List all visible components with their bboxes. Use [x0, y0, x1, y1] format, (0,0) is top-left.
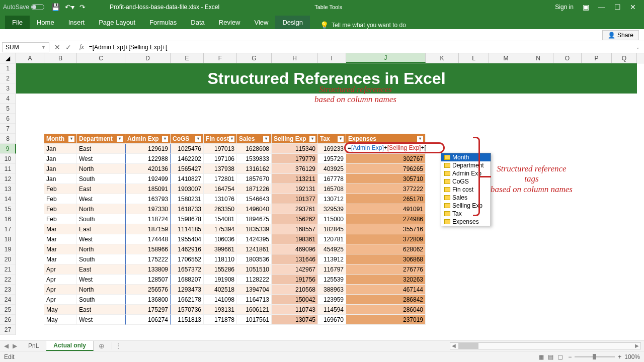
- cell[interactable]: 1241861: [237, 244, 272, 254]
- cell[interactable]: 197106: [204, 154, 237, 164]
- cell[interactable]: West: [77, 275, 125, 285]
- column-header[interactable]: B: [44, 53, 77, 63]
- cell[interactable]: Mar: [44, 244, 77, 254]
- cancel-icon[interactable]: ✕: [54, 43, 60, 51]
- cell[interactable]: 1706552: [171, 254, 204, 264]
- cell[interactable]: 1803536: [237, 254, 272, 264]
- cell[interactable]: Apr: [44, 264, 77, 275]
- cell[interactable]: 167778: [318, 174, 346, 184]
- column-header[interactable]: E: [171, 53, 204, 63]
- column-header[interactable]: A: [16, 53, 44, 63]
- column-header[interactable]: P: [582, 53, 612, 63]
- cell[interactable]: East: [77, 144, 125, 154]
- column-header[interactable]: N: [523, 53, 553, 63]
- cell[interactable]: 286040: [346, 305, 426, 315]
- sheet-nav[interactable]: ◀▶: [0, 342, 21, 349]
- row-header[interactable]: 22: [0, 275, 16, 285]
- cell[interactable]: North: [77, 164, 125, 174]
- tab-design[interactable]: Design: [275, 16, 309, 29]
- cell[interactable]: 175222: [125, 254, 171, 264]
- cell[interactable]: 118110: [204, 254, 237, 264]
- select-all-corner[interactable]: ◢: [0, 53, 16, 63]
- column-header[interactable]: Q: [612, 53, 637, 63]
- cell[interactable]: 163793: [125, 194, 171, 204]
- row-header[interactable]: 27: [0, 325, 16, 335]
- column-header[interactable]: O: [553, 53, 582, 63]
- cell[interactable]: 1424395: [237, 234, 272, 244]
- add-sheet-button[interactable]: ⊕: [94, 342, 110, 350]
- cell[interactable]: 191756: [272, 275, 318, 285]
- filter-icon[interactable]: ▾: [229, 136, 234, 142]
- zoom-slider[interactable]: [575, 356, 615, 357]
- cell[interactable]: 1114185: [171, 224, 204, 234]
- spreadsheet-grid[interactable]: ◢ ABCDEFGHIJKLMNOPQ 12345678910111213141…: [0, 53, 644, 340]
- autocomplete-item[interactable]: Selling Exp: [441, 202, 491, 210]
- cell[interactable]: 293761: [272, 204, 318, 214]
- cell[interactable]: 1394704: [237, 285, 272, 295]
- cell[interactable]: 1857670: [237, 174, 272, 184]
- cell[interactable]: East: [77, 184, 125, 194]
- autocomplete-item[interactable]: Department: [441, 161, 491, 169]
- column-header[interactable]: J: [346, 53, 426, 63]
- redo-icon[interactable]: ↷: [79, 3, 86, 11]
- cell[interactable]: 1618733: [171, 204, 204, 214]
- column-header[interactable]: G: [237, 53, 272, 63]
- cell[interactable]: 399661: [204, 244, 237, 254]
- cell[interactable]: West: [77, 194, 125, 204]
- cell[interactable]: 403925: [318, 164, 346, 174]
- cell[interactable]: 467144: [346, 285, 426, 295]
- cell[interactable]: 306868: [346, 254, 426, 264]
- cell[interactable]: 192131: [272, 184, 318, 194]
- cell[interactable]: 1496040: [237, 204, 272, 214]
- row-header[interactable]: 26: [0, 315, 16, 325]
- cell[interactable]: 185091: [125, 184, 171, 194]
- share-button[interactable]: 👤 Share: [602, 30, 639, 40]
- row-header[interactable]: 3: [0, 83, 16, 94]
- cell[interactable]: 329539: [318, 204, 346, 214]
- name-box[interactable]: SUM▼: [2, 42, 49, 52]
- cell[interactable]: 101377: [272, 194, 318, 204]
- cell[interactable]: 237019: [346, 315, 426, 325]
- undo-icon[interactable]: ↶▾: [65, 3, 74, 11]
- cell[interactable]: 130712: [318, 194, 346, 204]
- tell-me[interactable]: 💡 Tell me what you want to do: [310, 21, 644, 29]
- cell[interactable]: 115000: [318, 214, 346, 224]
- filter-icon[interactable]: ▾: [338, 136, 344, 142]
- filter-icon[interactable]: ▾: [195, 136, 201, 142]
- tab-file[interactable]: File: [5, 16, 30, 29]
- row-header[interactable]: 5: [0, 104, 16, 114]
- cell[interactable]: 276776: [346, 264, 426, 275]
- cell[interactable]: 1628608: [237, 144, 272, 154]
- signin-link[interactable]: Sign in: [555, 4, 574, 11]
- cell[interactable]: East: [77, 305, 125, 315]
- cell[interactable]: 106274: [125, 315, 171, 325]
- row-header[interactable]: 1: [0, 63, 16, 73]
- cell[interactable]: 1688207: [171, 275, 204, 285]
- cell[interactable]: Feb: [44, 214, 77, 224]
- cell[interactable]: Jan: [44, 144, 77, 154]
- cell[interactable]: North: [77, 285, 125, 295]
- cell[interactable]: 122988: [125, 154, 171, 164]
- autocomplete-item[interactable]: CoGS: [441, 177, 491, 186]
- sheet-tab-actual-only[interactable]: Actual only: [46, 341, 94, 351]
- zoom-out-icon[interactable]: −: [568, 353, 572, 360]
- row-header[interactable]: 11: [0, 164, 16, 174]
- cell[interactable]: 125539: [318, 275, 346, 285]
- row-header[interactable]: 8: [0, 134, 16, 144]
- row-header[interactable]: 7: [0, 124, 16, 134]
- autocomplete-item[interactable]: Expenses: [441, 218, 491, 226]
- row-header[interactable]: 20: [0, 254, 16, 264]
- cell[interactable]: 133809: [125, 264, 171, 275]
- zoom-level[interactable]: 100%: [624, 353, 640, 360]
- cell[interactable]: 1025476: [171, 144, 204, 154]
- column-header[interactable]: D: [125, 53, 171, 63]
- cell[interactable]: 113211: [272, 174, 318, 184]
- table-header[interactable]: Admin Exp▾: [125, 134, 171, 144]
- cell[interactable]: 116797: [318, 264, 346, 275]
- cell[interactable]: Jan: [44, 174, 77, 184]
- cell[interactable]: West: [77, 315, 125, 325]
- cell[interactable]: 131646: [272, 254, 318, 264]
- sheet-tab-pnl[interactable]: PnL: [21, 341, 46, 350]
- row-header[interactable]: 24: [0, 295, 16, 305]
- row-header[interactable]: 4: [0, 94, 16, 104]
